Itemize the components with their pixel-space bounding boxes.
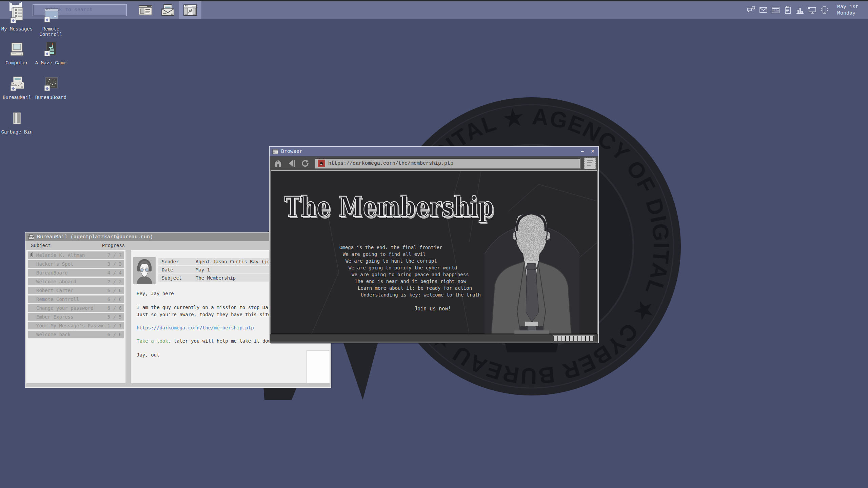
chat-icon[interactable]	[747, 5, 756, 15]
system-tray	[747, 5, 829, 15]
mail-titlebar-icon	[28, 234, 34, 240]
message-body-line: Take a look, later you will help me take…	[137, 338, 274, 344]
message-link[interactable]: https://darkomega.corn/the/membership.pt…	[137, 325, 254, 330]
message-greeting: Hey, Jay here	[137, 291, 174, 296]
desktop-icon-label: Remote Controll	[39, 26, 62, 37]
notes-icon	[585, 158, 595, 169]
mail-list-item[interactable]: Melanie K. Altman 7 / 7	[27, 251, 124, 259]
mail-icon	[8, 75, 26, 94]
remote-window-icon	[42, 7, 60, 25]
anonymous-figure	[485, 210, 579, 334]
column-subject: Subject	[31, 243, 102, 248]
taskbar-app-bureaumail[interactable]	[157, 1, 179, 19]
taskbar-day: Monday	[837, 10, 859, 17]
message-subject: The Membership	[196, 275, 236, 281]
bureaumail-title: BureauMail (agentplatzkart@bureau.run)	[37, 234, 153, 240]
mail-list-item[interactable]: Robert Carter6 / 6	[27, 286, 124, 294]
desktop-icon-bureauboard[interactable]: BureauBoard	[34, 75, 68, 100]
home-button[interactable]	[273, 158, 283, 168]
browser-statusbar	[270, 334, 598, 341]
clipboard-icon[interactable]	[783, 5, 792, 15]
pane-divider	[125, 250, 131, 383]
url-bar[interactable]: https://darkomega.corn/the/membership.pt…	[315, 158, 580, 168]
desktop-icon-label: Garbage Bin	[1, 129, 33, 135]
taskbar-clock[interactable]: May 1st Monday	[837, 4, 859, 17]
desktop-icon-a-maze-game[interactable]: A Maze Game	[34, 41, 68, 66]
mail-app-icon	[161, 4, 175, 16]
minimize-button[interactable]: –	[581, 147, 584, 156]
mail-list-item[interactable]: Welcome aboard2 / 2	[27, 278, 124, 286]
mail-list-item[interactable]: Remote Controll6 / 6	[27, 295, 124, 303]
home-icon	[274, 159, 282, 168]
messages-icon	[8, 7, 26, 25]
sender-avatar	[133, 257, 156, 284]
seal-document-square	[307, 351, 330, 383]
browser-titlebar-icon	[272, 149, 278, 154]
column-progress: Progress	[102, 243, 125, 248]
phone-vibrate-icon[interactable]	[820, 5, 829, 15]
browser-page: The Membership Ωmega is the end: the fin…	[271, 170, 597, 334]
bin-icon	[8, 110, 26, 128]
desktop-icon-label: Computer	[5, 60, 28, 66]
desktop-icon-garbage-bin[interactable]: Garbage Bin	[0, 110, 34, 135]
message-signoff: Jay, out	[137, 352, 159, 358]
back-icon	[287, 159, 296, 168]
back-button[interactable]	[287, 158, 297, 168]
mail-list-item[interactable]: Ember Express5 / 5	[27, 313, 124, 321]
messages-app-icon	[139, 4, 152, 16]
mail-list: Melanie K. Altman 7 / 7 Hacker's Spot3 /…	[26, 250, 125, 383]
desktop-icon-remote-controll[interactable]: Remote Controll	[34, 7, 68, 37]
browser-app-icon	[183, 4, 197, 16]
taskbar-date: May 1st	[837, 4, 859, 10]
join-us-link[interactable]: Join us now!	[414, 306, 451, 312]
computer-icon	[8, 41, 26, 59]
taskbar: May 1st Monday	[0, 0, 868, 19]
desktop-icon-label: BureauMail	[3, 95, 31, 100]
tray-mail-icon[interactable]	[759, 5, 768, 15]
desktop-icon-label: A Maze Game	[35, 60, 66, 66]
bar-chart-icon[interactable]	[795, 5, 805, 15]
mail-list-item[interactable]: BureauBoard4 / 4	[27, 269, 124, 277]
maze-icon	[42, 41, 60, 59]
mail-list-item[interactable]: Change your password6 / 6	[27, 304, 124, 312]
site-favicon	[318, 160, 325, 167]
monitor-icon[interactable]	[808, 5, 817, 15]
close-button[interactable]: ✕	[591, 147, 594, 156]
message-date: May 1	[196, 267, 210, 272]
mail-list-item[interactable]: Welcome back6 / 6	[27, 330, 124, 339]
notes-button[interactable]	[584, 158, 596, 169]
desktop-icon-computer[interactable]: Computer	[0, 41, 34, 66]
refresh-button[interactable]	[300, 158, 310, 168]
browser-titlebar[interactable]: Browser – ✕	[270, 147, 598, 156]
page-heading: The Membership	[284, 190, 494, 223]
desktop-icon-my-messages[interactable]: My Messages	[0, 7, 34, 32]
page-progress-bar	[553, 335, 594, 342]
url-text: https://darkomega.corn/the/membership.pt…	[328, 161, 453, 166]
desktop-icon-label: BureauBoard	[35, 95, 66, 100]
manifesto-text: Ωmega is the end: the final frontier We …	[339, 244, 481, 298]
browser-title: Browser	[281, 149, 302, 155]
taskbar-app-my-messages[interactable]	[134, 1, 157, 19]
board-icon	[42, 75, 60, 94]
taskbar-app-browser[interactable]	[179, 1, 201, 19]
desktop-icon-bureaumail[interactable]: BureauMail	[0, 75, 34, 100]
stats-window-icon[interactable]	[771, 5, 780, 15]
desktop-icon-label: My Messages	[1, 26, 33, 32]
refresh-icon	[301, 159, 310, 168]
browser-toolbar: https://darkomega.corn/the/membership.pt…	[270, 156, 598, 170]
browser-window: Browser – ✕ https://darkomega.corn/	[270, 147, 598, 343]
mail-list-item[interactable]: Your My Message's Password1 / 1	[27, 322, 124, 330]
mail-list-item[interactable]: Hacker's Spot3 / 3	[27, 260, 124, 268]
paperclip-icon	[27, 252, 36, 258]
